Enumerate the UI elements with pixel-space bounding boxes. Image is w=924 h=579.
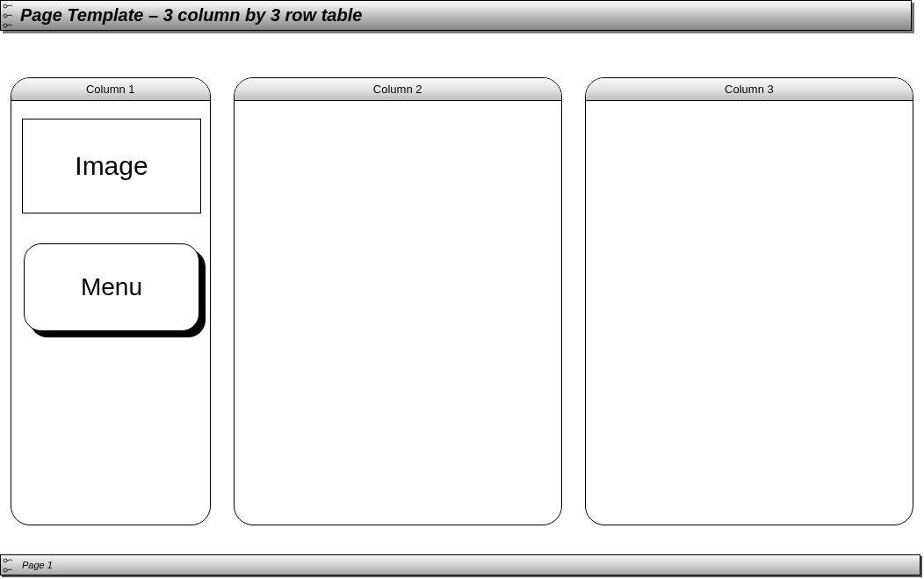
- svg-point-4: [4, 568, 7, 572]
- svg-point-2: [4, 24, 7, 27]
- column-2-body: [235, 101, 561, 525]
- column-3-body: [586, 101, 913, 525]
- image-placeholder: Image: [22, 119, 201, 214]
- title-bar: Page Template – 3 column by 3 row table: [0, 0, 912, 31]
- binding-icon: [1, 1, 17, 30]
- column-1-header: Column 1: [11, 78, 210, 101]
- columns-container: Column 1 Image Menu Column 2 Column 3: [11, 77, 913, 525]
- binding-icon: [1, 555, 17, 575]
- footer-bar: Page 1: [0, 554, 920, 575]
- column-3-panel: Column 3: [585, 77, 913, 525]
- column-1-body: Image Menu: [11, 101, 210, 525]
- svg-point-3: [4, 559, 7, 562]
- svg-point-0: [4, 4, 7, 8]
- column-2-panel: Column 2: [234, 77, 562, 525]
- column-3-header: Column 3: [586, 78, 913, 101]
- column-1-panel: Column 1 Image Menu: [11, 77, 211, 525]
- page-title: Page Template – 3 column by 3 row table: [17, 5, 362, 25]
- footer-text: Page 1: [17, 560, 53, 570]
- svg-point-1: [4, 14, 7, 18]
- column-2-header: Column 2: [235, 78, 561, 101]
- menu-placeholder[interactable]: Menu: [24, 243, 199, 331]
